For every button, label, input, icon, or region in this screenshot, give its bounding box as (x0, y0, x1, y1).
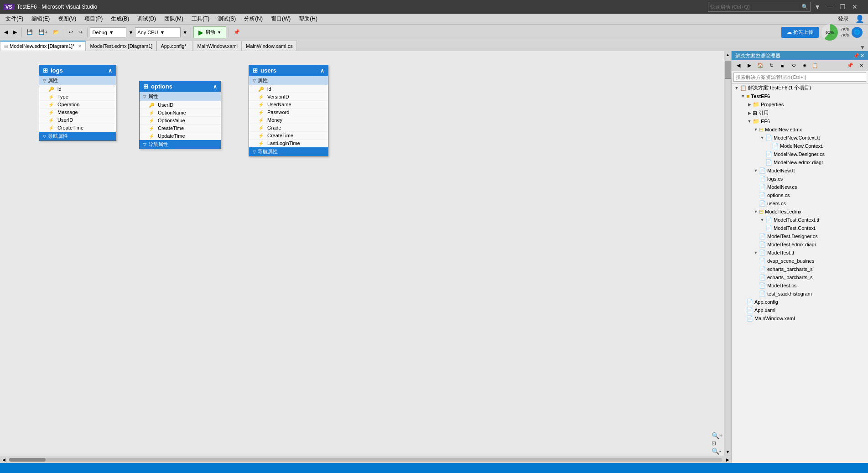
field-options-optionvalue[interactable]: ⚡ OptionValue (140, 117, 221, 125)
tree-echarts2[interactable]: 📄 echarts_barcharts_s (732, 273, 868, 281)
tree-arrow-props[interactable]: ▶ (746, 102, 753, 107)
nav-section-logs[interactable]: ▽ 导航属性 (39, 132, 116, 140)
tree-solution[interactable]: ▼ 📋 解决方案'TestEF6'(1 个项目) (732, 83, 868, 92)
pin-button[interactable]: 📌 (231, 26, 242, 38)
menu-tools[interactable]: 工具(T) (188, 14, 213, 24)
open-button[interactable]: 📂 (51, 26, 62, 38)
debug-mode-dropdown[interactable]: Debug ▼ (90, 27, 126, 37)
fit-icon[interactable]: ⊡ (712, 440, 723, 447)
se-view-button[interactable]: ⊞ (799, 61, 809, 70)
platform-dropdown[interactable]: Any CPU ▼ (135, 27, 181, 37)
menu-view[interactable]: 视图(V) (54, 14, 80, 24)
close-button[interactable]: ✕ (849, 1, 861, 13)
se-close2-button[interactable]: ✕ (856, 61, 866, 70)
se-add-button[interactable]: 📋 (810, 61, 820, 70)
tree-modelnew-edmx[interactable]: ▼ ⊟ ModelNew.edmx (732, 125, 868, 134)
field-users-password[interactable]: ⚡ Password (249, 109, 328, 116)
tree-arrow-mtct[interactable]: ▼ (759, 218, 765, 222)
login-button[interactable]: 登录 (834, 14, 852, 24)
menu-build[interactable]: 生成(B) (107, 14, 133, 24)
nav-arrow-options[interactable]: ▽ (143, 142, 146, 147)
menu-help[interactable]: 帮助(H) (295, 14, 321, 24)
zoom-in-icon[interactable]: 🔍+ (712, 432, 723, 439)
field-logs-message[interactable]: ⚡ Message (39, 109, 116, 116)
se-home-button[interactable]: 🏠 (755, 61, 765, 70)
entity-collapse-logs[interactable]: ∧ (108, 68, 112, 74)
menu-team[interactable]: 团队(M) (161, 14, 187, 24)
minimize-button[interactable]: ─ (824, 1, 836, 13)
se-stop-button[interactable]: ■ (777, 61, 787, 70)
tab-close-modelnew[interactable]: ✕ (78, 44, 82, 49)
tree-mainwindow-xaml[interactable]: 📄 MainWindow.xaml (732, 314, 868, 322)
tree-appxaml[interactable]: 📄 App.xaml (732, 306, 868, 314)
menu-debug[interactable]: 调试(D) (134, 14, 160, 24)
field-users-id[interactable]: 🔑 id (249, 85, 328, 93)
field-logs-createtime[interactable]: ⚡ CreateTime (39, 124, 116, 132)
field-options-optionname[interactable]: ⚡ OptionName (140, 109, 221, 117)
nav-section-options[interactable]: ▽ 导航属性 (140, 140, 221, 149)
nav-arrow-logs[interactable]: ▽ (43, 134, 46, 139)
tree-options-cs[interactable]: 📄 options.cs (732, 191, 868, 199)
window-controls[interactable]: ─ ❐ ✕ (824, 1, 861, 13)
tree-logs-cs[interactable]: 📄 logs.cs (732, 175, 868, 183)
field-logs-id[interactable]: 🔑 id (39, 85, 116, 93)
field-users-username[interactable]: ⚡ UserName (249, 101, 328, 109)
undo-button[interactable]: ↩ (67, 26, 75, 38)
tree-mt-context-tt[interactable]: ▼ 📄 ModelTest.Context.tt (732, 216, 868, 224)
tree-arrow-mttt[interactable]: ▼ (753, 250, 759, 255)
entity-header-logs[interactable]: ⊞ logs ∧ (39, 65, 116, 76)
tree-arrow-ef6[interactable]: ▼ (746, 119, 753, 124)
save-button[interactable]: 💾 (24, 26, 35, 38)
save-all-button[interactable]: 💾+ (36, 26, 50, 38)
se-close-button[interactable]: ✕ (860, 53, 864, 59)
se-refresh-button[interactable]: ↻ (766, 61, 776, 70)
tree-modeltest-cs[interactable]: 📄 ModelTest.cs (732, 281, 868, 290)
tree-arrow-mne[interactable]: ▼ (753, 127, 759, 132)
tab-appconfig[interactable]: App.config* (156, 41, 193, 51)
restore-button[interactable]: ❐ (837, 1, 848, 13)
entity-users[interactable]: ⊞ users ∧ ▽ 属性 🔑 id ⚡ (249, 65, 328, 156)
vscroll-up-button[interactable]: ▲ (724, 51, 731, 58)
menu-edit[interactable]: 编辑(E) (28, 14, 53, 24)
entity-collapse-options[interactable]: ∧ (213, 83, 217, 90)
redo-button[interactable]: ↪ (76, 26, 85, 38)
tree-properties[interactable]: ▶ 📁 Properties (732, 100, 868, 109)
field-users-createtime[interactable]: ⚡ CreateTime (249, 132, 328, 140)
tree-mn-context-cs[interactable]: 📄 ModelNew.Context. (732, 142, 868, 150)
nav-arrow-users[interactable]: ▽ (253, 150, 256, 154)
upload-button[interactable]: ☁ 抢先上传 (781, 27, 819, 38)
vscroll-down-button[interactable]: ▼ (724, 448, 731, 456)
field-logs-operation[interactable]: ⚡ Operation (39, 101, 116, 109)
se-pin-button[interactable]: 📌 (853, 53, 859, 59)
tree-mt-diagr[interactable]: 📄 ModelTest.edmx.diagr (732, 240, 868, 249)
se-pin-controls[interactable]: 📌 ✕ (845, 61, 866, 70)
section-arrow-users[interactable]: ▽ (253, 78, 256, 83)
hscroll-thumb[interactable] (9, 458, 46, 462)
tree-project[interactable]: ▼ ■ TestEF6 (732, 92, 868, 100)
field-logs-type[interactable]: ⚡ Type (39, 93, 116, 101)
tree-mt-context-cs[interactable]: 📄 ModelTest.Context. (732, 224, 868, 232)
nav-section-users[interactable]: ▽ 导航属性 (249, 147, 328, 156)
tree-arrow-solution[interactable]: ▼ (733, 86, 740, 90)
field-users-versionid[interactable]: ⚡ VersionID (249, 93, 328, 101)
menu-window[interactable]: 窗口(W) (267, 14, 294, 24)
tree-mn-tt[interactable]: ▼ 📄 ModelNew.tt (732, 166, 868, 175)
hscroll-right-button[interactable]: ▶ (724, 456, 731, 463)
forward-button[interactable]: ▶ (11, 26, 19, 38)
entity-collapse-users[interactable]: ∧ (320, 68, 324, 74)
entity-header-options[interactable]: ⊞ options ∧ (140, 81, 221, 92)
tree-users-cs[interactable]: 📄 users.cs (732, 199, 868, 208)
entity-logs[interactable]: ⊞ logs ∧ ▽ 属性 🔑 id ⚡ T (39, 65, 116, 141)
field-users-lastlogintime[interactable]: ⚡ LastLoginTime (249, 140, 328, 147)
section-arrow-options[interactable]: ▽ (143, 94, 146, 99)
field-logs-userid[interactable]: ⚡ UserID (39, 116, 116, 124)
filter-icon[interactable]: ▼ (814, 3, 821, 10)
field-options-updatetime[interactable]: ⚡ UpdateTime (140, 132, 221, 140)
tree-arrow-mntt[interactable]: ▼ (753, 168, 759, 173)
tab-mainwindow-xaml[interactable]: MainWindow.xaml (193, 41, 242, 51)
tree-appconfig[interactable]: 📄 App.config (732, 298, 868, 306)
field-users-money[interactable]: ⚡ Money (249, 116, 328, 124)
back-button[interactable]: ◀ (2, 26, 10, 38)
tab-modeltest[interactable]: ModelTest.edmx [Diagram1] (86, 41, 156, 51)
tree-arrow-mte[interactable]: ▼ (753, 209, 759, 214)
